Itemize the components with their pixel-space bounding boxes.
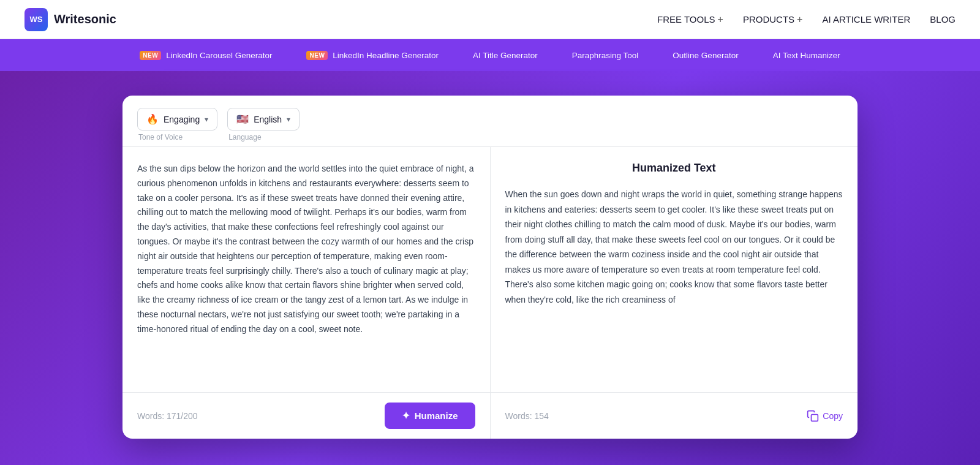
tone-label: Tone of Voice (137, 133, 217, 142)
main-nav: FREE TOOLS + PRODUCTS + AI ARTICLE WRITE… (657, 14, 956, 25)
nav-ai-article-writer[interactable]: AI ARTICLE WRITER (822, 14, 910, 25)
plus-icon: + (718, 14, 723, 25)
language-label: Language (227, 133, 300, 142)
output-text: When the sun goes down and night wraps t… (505, 187, 843, 307)
language-group: 🇺🇸 English ▾ Language (227, 108, 300, 142)
chevron-down-icon: ▾ (205, 115, 208, 124)
tone-group: 🔥 Engaging ▾ Tone of Voice (137, 108, 217, 142)
sparkle-icon: ✦ (402, 410, 410, 422)
footer-left: Words: 171/200 ✦ Humanize (123, 393, 491, 439)
words-output-count: Words: 154 (505, 411, 549, 421)
new-badge: NEW (306, 51, 328, 60)
plus-icon: + (797, 14, 802, 25)
input-panel[interactable]: As the sun dips below the horizon and th… (123, 147, 491, 392)
output-title: Humanized Text (505, 162, 843, 175)
logo-abbr: WS (30, 15, 43, 24)
logo-icon: WS (24, 8, 48, 31)
humanize-button[interactable]: ✦ Humanize (385, 403, 475, 429)
new-badge: NEW (140, 51, 161, 60)
tone-value: Engaging (164, 115, 200, 124)
card-footer: Words: 171/200 ✦ Humanize Words: 154 Cop… (123, 392, 858, 439)
footer-right: Words: 154 Copy (491, 393, 858, 439)
main-card: 🔥 Engaging ▾ Tone of Voice 🇺🇸 English ▾ … (123, 96, 858, 439)
language-dropdown[interactable]: 🇺🇸 English ▾ (227, 108, 300, 130)
input-text: As the sun dips below the horizon and th… (137, 162, 475, 337)
subnav-linkedin-headline[interactable]: NEW LinkedIn Headline Generator (289, 39, 455, 71)
tone-dropdown[interactable]: 🔥 Engaging ▾ (137, 108, 217, 130)
flag-icon: 🇺🇸 (236, 113, 249, 125)
logo-text: Writesonic (54, 12, 116, 26)
subnav-ai-title[interactable]: AI Title Generator (456, 39, 555, 71)
subnav-paraphrasing[interactable]: Paraphrasing Tool (555, 39, 656, 71)
language-value: English (254, 115, 282, 124)
subnav-linkedin-carousel[interactable]: NEW LinkedIn Carousel Generator (123, 39, 289, 71)
subnav: NEW LinkedIn Carousel Generator NEW Link… (0, 39, 980, 71)
nav-blog[interactable]: BLOG (930, 14, 956, 25)
copy-icon (807, 410, 819, 422)
copy-button[interactable]: Copy (807, 410, 843, 422)
output-panel: Humanized Text When the sun goes down an… (491, 147, 858, 392)
nav-products[interactable]: PRODUCTS + (743, 14, 803, 25)
words-input-count: Words: 171/200 (137, 411, 198, 421)
nav-free-tools[interactable]: FREE TOOLS + (657, 14, 723, 25)
chevron-down-icon: ▾ (287, 115, 290, 124)
svg-rect-0 (812, 414, 818, 421)
controls-row: 🔥 Engaging ▾ Tone of Voice 🇺🇸 English ▾ … (123, 96, 858, 147)
header: WS Writesonic FREE TOOLS + PRODUCTS + AI… (0, 0, 980, 39)
logo[interactable]: WS Writesonic (24, 8, 116, 31)
tone-emoji: 🔥 (146, 113, 159, 125)
content-area: As the sun dips below the horizon and th… (123, 147, 858, 392)
subnav-text-humanizer[interactable]: AI Text Humanizer (756, 39, 858, 71)
main-background: 🔥 Engaging ▾ Tone of Voice 🇺🇸 English ▾ … (0, 71, 980, 465)
subnav-outline[interactable]: Outline Generator (655, 39, 755, 71)
